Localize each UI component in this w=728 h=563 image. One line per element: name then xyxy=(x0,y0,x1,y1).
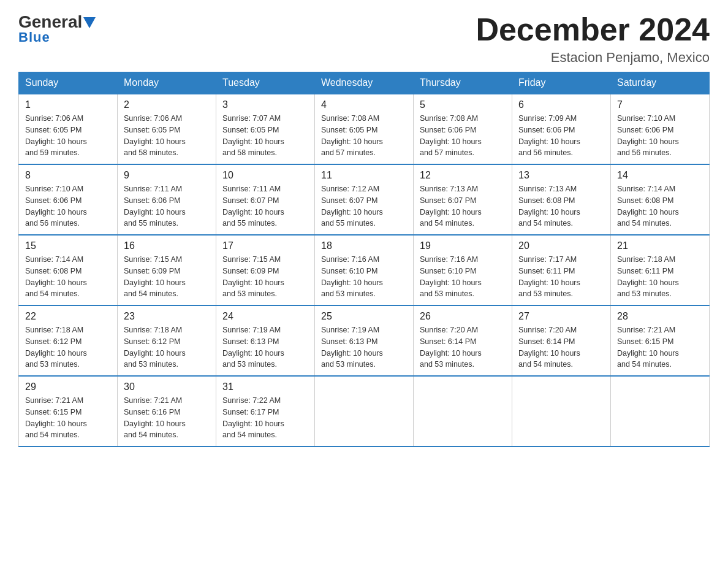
day-number: 30 xyxy=(124,381,210,393)
day-info: Sunrise: 7:15 AM Sunset: 6:09 PM Dayligh… xyxy=(222,254,308,300)
day-number: 5 xyxy=(420,99,506,110)
day-number: 22 xyxy=(25,311,111,322)
logo-blue-text: Blue xyxy=(18,29,50,45)
day-number: 25 xyxy=(321,311,407,322)
day-info: Sunrise: 7:22 AM Sunset: 6:17 PM Dayligh… xyxy=(222,395,308,441)
month-title: December 2024 xyxy=(476,12,710,47)
day-number: 7 xyxy=(617,99,703,110)
day-info: Sunrise: 7:19 AM Sunset: 6:13 PM Dayligh… xyxy=(321,324,407,370)
day-info: Sunrise: 7:18 AM Sunset: 6:11 PM Dayligh… xyxy=(617,254,703,300)
day-number: 15 xyxy=(25,240,111,251)
calendar-cell: 22 Sunrise: 7:18 AM Sunset: 6:12 PM Dayl… xyxy=(19,305,118,376)
day-number: 28 xyxy=(617,311,703,322)
calendar-header-thursday: Thursday xyxy=(414,72,512,94)
calendar-cell: 4 Sunrise: 7:08 AM Sunset: 6:05 PM Dayli… xyxy=(315,94,414,164)
calendar-header-friday: Friday xyxy=(512,72,611,94)
calendar-cell: 27 Sunrise: 7:20 AM Sunset: 6:14 PM Dayl… xyxy=(512,305,611,376)
day-number: 6 xyxy=(518,99,604,110)
calendar-cell: 11 Sunrise: 7:12 AM Sunset: 6:07 PM Dayl… xyxy=(315,164,414,235)
day-number: 31 xyxy=(222,381,308,393)
day-number: 21 xyxy=(617,240,703,251)
day-number: 26 xyxy=(420,311,506,322)
calendar-week-row: 8 Sunrise: 7:10 AM Sunset: 6:06 PM Dayli… xyxy=(19,164,710,235)
calendar-week-row: 22 Sunrise: 7:18 AM Sunset: 6:12 PM Dayl… xyxy=(19,305,710,376)
day-info: Sunrise: 7:08 AM Sunset: 6:05 PM Dayligh… xyxy=(321,113,407,159)
calendar-cell xyxy=(315,376,414,446)
day-number: 16 xyxy=(124,240,210,251)
calendar-cell: 7 Sunrise: 7:10 AM Sunset: 6:06 PM Dayli… xyxy=(611,94,710,164)
calendar-cell: 1 Sunrise: 7:06 AM Sunset: 6:05 PM Dayli… xyxy=(19,94,118,164)
calendar-header-sunday: Sunday xyxy=(19,72,118,94)
day-info: Sunrise: 7:19 AM Sunset: 6:13 PM Dayligh… xyxy=(222,324,308,370)
logo-triangle-icon xyxy=(83,17,96,28)
day-number: 20 xyxy=(518,240,604,251)
calendar-header-row: SundayMondayTuesdayWednesdayThursdayFrid… xyxy=(19,72,710,94)
calendar-week-row: 1 Sunrise: 7:06 AM Sunset: 6:05 PM Dayli… xyxy=(19,94,710,164)
day-info: Sunrise: 7:12 AM Sunset: 6:07 PM Dayligh… xyxy=(321,183,407,229)
calendar-cell: 21 Sunrise: 7:18 AM Sunset: 6:11 PM Dayl… xyxy=(611,235,710,305)
calendar-cell: 17 Sunrise: 7:15 AM Sunset: 6:09 PM Dayl… xyxy=(216,235,315,305)
day-info: Sunrise: 7:20 AM Sunset: 6:14 PM Dayligh… xyxy=(518,324,604,370)
calendar-cell: 18 Sunrise: 7:16 AM Sunset: 6:10 PM Dayl… xyxy=(315,235,414,305)
calendar-cell: 15 Sunrise: 7:14 AM Sunset: 6:08 PM Dayl… xyxy=(19,235,118,305)
calendar-week-row: 15 Sunrise: 7:14 AM Sunset: 6:08 PM Dayl… xyxy=(19,235,710,305)
calendar-cell: 31 Sunrise: 7:22 AM Sunset: 6:17 PM Dayl… xyxy=(216,376,315,446)
day-info: Sunrise: 7:14 AM Sunset: 6:08 PM Dayligh… xyxy=(25,254,111,300)
day-number: 10 xyxy=(222,170,308,181)
day-number: 14 xyxy=(617,170,703,181)
calendar-header-wednesday: Wednesday xyxy=(315,72,414,94)
calendar-cell: 6 Sunrise: 7:09 AM Sunset: 6:06 PM Dayli… xyxy=(512,94,611,164)
calendar-cell xyxy=(512,376,611,446)
day-number: 8 xyxy=(25,170,111,181)
day-info: Sunrise: 7:16 AM Sunset: 6:10 PM Dayligh… xyxy=(321,254,407,300)
day-number: 3 xyxy=(222,99,308,110)
day-info: Sunrise: 7:09 AM Sunset: 6:06 PM Dayligh… xyxy=(518,113,604,159)
calendar-cell: 14 Sunrise: 7:14 AM Sunset: 6:08 PM Dayl… xyxy=(611,164,710,235)
day-info: Sunrise: 7:10 AM Sunset: 6:06 PM Dayligh… xyxy=(25,183,111,229)
day-info: Sunrise: 7:06 AM Sunset: 6:05 PM Dayligh… xyxy=(124,113,210,159)
calendar-header-tuesday: Tuesday xyxy=(216,72,315,94)
day-number: 27 xyxy=(518,311,604,322)
calendar-header-monday: Monday xyxy=(118,72,216,94)
calendar-cell: 29 Sunrise: 7:21 AM Sunset: 6:15 PM Dayl… xyxy=(19,376,118,446)
day-info: Sunrise: 7:08 AM Sunset: 6:06 PM Dayligh… xyxy=(420,113,506,159)
day-number: 17 xyxy=(222,240,308,251)
calendar-cell: 5 Sunrise: 7:08 AM Sunset: 6:06 PM Dayli… xyxy=(414,94,512,164)
page-header: General Blue December 2024 Estacion Penj… xyxy=(18,12,710,66)
calendar-cell: 2 Sunrise: 7:06 AM Sunset: 6:05 PM Dayli… xyxy=(118,94,216,164)
day-info: Sunrise: 7:06 AM Sunset: 6:05 PM Dayligh… xyxy=(25,113,111,159)
day-info: Sunrise: 7:21 AM Sunset: 6:16 PM Dayligh… xyxy=(124,395,210,441)
logo: General Blue xyxy=(18,12,96,45)
day-info: Sunrise: 7:11 AM Sunset: 6:07 PM Dayligh… xyxy=(222,183,308,229)
calendar-table: SundayMondayTuesdayWednesdayThursdayFrid… xyxy=(18,72,710,447)
calendar-cell: 3 Sunrise: 7:07 AM Sunset: 6:05 PM Dayli… xyxy=(216,94,315,164)
day-number: 13 xyxy=(518,170,604,181)
calendar-week-row: 29 Sunrise: 7:21 AM Sunset: 6:15 PM Dayl… xyxy=(19,376,710,446)
calendar-cell: 10 Sunrise: 7:11 AM Sunset: 6:07 PM Dayl… xyxy=(216,164,315,235)
day-info: Sunrise: 7:13 AM Sunset: 6:07 PM Dayligh… xyxy=(420,183,506,229)
calendar-cell: 20 Sunrise: 7:17 AM Sunset: 6:11 PM Dayl… xyxy=(512,235,611,305)
calendar-cell: 19 Sunrise: 7:16 AM Sunset: 6:10 PM Dayl… xyxy=(414,235,512,305)
calendar-cell: 24 Sunrise: 7:19 AM Sunset: 6:13 PM Dayl… xyxy=(216,305,315,376)
calendar-cell: 28 Sunrise: 7:21 AM Sunset: 6:15 PM Dayl… xyxy=(611,305,710,376)
calendar-cell: 23 Sunrise: 7:18 AM Sunset: 6:12 PM Dayl… xyxy=(118,305,216,376)
calendar-cell: 12 Sunrise: 7:13 AM Sunset: 6:07 PM Dayl… xyxy=(414,164,512,235)
day-number: 24 xyxy=(222,311,308,322)
day-info: Sunrise: 7:10 AM Sunset: 6:06 PM Dayligh… xyxy=(617,113,703,159)
day-info: Sunrise: 7:11 AM Sunset: 6:06 PM Dayligh… xyxy=(124,183,210,229)
day-info: Sunrise: 7:14 AM Sunset: 6:08 PM Dayligh… xyxy=(617,183,703,229)
day-info: Sunrise: 7:20 AM Sunset: 6:14 PM Dayligh… xyxy=(420,324,506,370)
day-number: 2 xyxy=(124,99,210,110)
day-info: Sunrise: 7:13 AM Sunset: 6:08 PM Dayligh… xyxy=(518,183,604,229)
calendar-cell: 25 Sunrise: 7:19 AM Sunset: 6:13 PM Dayl… xyxy=(315,305,414,376)
day-info: Sunrise: 7:17 AM Sunset: 6:11 PM Dayligh… xyxy=(518,254,604,300)
day-number: 11 xyxy=(321,170,407,181)
day-info: Sunrise: 7:15 AM Sunset: 6:09 PM Dayligh… xyxy=(124,254,210,300)
day-info: Sunrise: 7:18 AM Sunset: 6:12 PM Dayligh… xyxy=(124,324,210,370)
day-number: 29 xyxy=(25,381,111,393)
calendar-header-saturday: Saturday xyxy=(611,72,710,94)
calendar-cell xyxy=(414,376,512,446)
calendar-cell: 26 Sunrise: 7:20 AM Sunset: 6:14 PM Dayl… xyxy=(414,305,512,376)
calendar-cell: 16 Sunrise: 7:15 AM Sunset: 6:09 PM Dayl… xyxy=(118,235,216,305)
calendar-cell xyxy=(611,376,710,446)
